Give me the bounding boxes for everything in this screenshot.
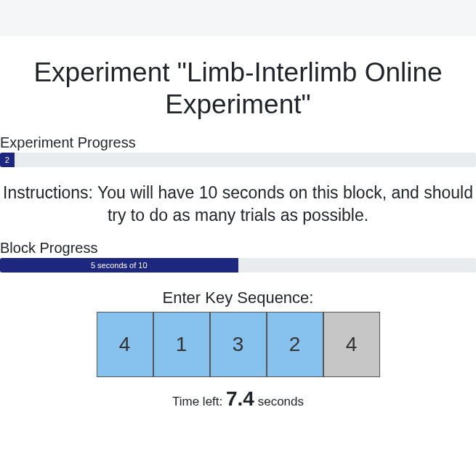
block-progress-fill: 5 seconds of 10 [0,258,238,273]
time-left-prefix: Time left: [172,395,222,408]
experiment-progress-fill: 2 [0,153,15,167]
key-sequence-row: 41324 [0,312,476,377]
key-box-2[interactable]: 1 [153,312,210,377]
block-progress-bar: 5 seconds of 10 [0,258,476,273]
instructions-line-1: Instructions: You will have 10 seconds o… [3,183,473,202]
experiment-progress-label: Experiment Progress [0,134,476,151]
block-progress-label: Block Progress [0,240,476,257]
key-box-3[interactable]: 3 [210,312,267,377]
time-left-value: 7.4 [226,387,254,410]
time-left-text: Time left: 7.4 seconds [0,387,476,411]
instructions-line-2: try to do as many trials as possible. [108,206,368,225]
title-line-1: Experiment "Limb-Interlimb Online [33,57,442,87]
main-content: Experiment "Limb-Interlimb Online Experi… [0,36,476,411]
key-box-1[interactable]: 4 [97,312,153,377]
time-left-suffix: seconds [258,395,304,408]
page-title: Experiment "Limb-Interlimb Online Experi… [0,57,476,121]
top-header-strip [0,0,476,36]
enter-sequence-label: Enter Key Sequence: [0,289,476,307]
key-box-5[interactable]: 4 [323,312,380,377]
key-box-4[interactable]: 2 [267,312,323,377]
experiment-progress-bar: 2 [0,153,476,167]
title-line-2: Experiment" [165,89,310,119]
instructions-text: Instructions: You will have 10 seconds o… [0,182,476,227]
